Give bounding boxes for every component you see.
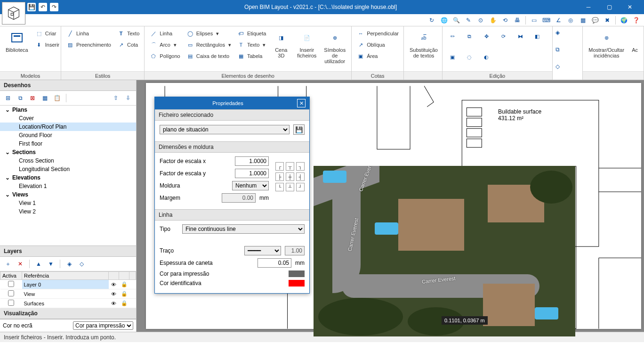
globe2-icon[interactable]: 🌍 [619,15,629,25]
tree-leaf[interactable]: Longitudinal Section [0,165,136,173]
erase-icon[interactable]: ◧ [530,29,544,43]
layers-table[interactable]: Activa Referência Layer 0👁🔒 View👁🔒 Surfa… [0,271,136,308]
sheet-tree[interactable]: ⌄Plans Cover Location/Roof Plan Ground F… [0,106,136,246]
grid-icon[interactable]: ▦ [578,15,588,25]
anchor-grid[interactable]: ┌┬┐ ├┼┤ └┴┘ [275,162,305,205]
dup-sheet-icon[interactable]: ⧉ [15,93,25,103]
texto-style-button[interactable]: TTexto [115,28,141,39]
show-layer-icon[interactable]: ◈ [64,259,74,269]
substituicao-button[interactable]: abSubstituição de textos [407,28,441,59]
cube-layer-icon[interactable]: ◇ [76,259,87,269]
layer-name[interactable]: Layer 0 [22,280,109,289]
window-icon[interactable]: ▭ [529,15,539,25]
cor-impressao-swatch[interactable] [289,270,305,277]
texto-button[interactable]: TTexto ▾ [235,40,268,50]
mirror-icon[interactable]: ⧓ [513,29,527,43]
undo-icon[interactable]: ↶ [39,3,47,11]
save-icon[interactable]: 💾 [27,3,36,11]
add-layer-icon[interactable]: ＋ [3,259,13,269]
refresh-icon[interactable]: ↻ [427,15,437,25]
inserir-ficheiros-button[interactable]: 📄Inserir ficheiros [294,28,319,59]
linha-button[interactable]: ／Linha [147,28,182,39]
factor-y-input[interactable] [235,169,269,178]
tree-leaf[interactable]: Cross Section [0,156,136,165]
help-icon[interactable]: ❓ [631,15,641,25]
dialog-close-button[interactable]: ✕ [297,99,306,107]
close-button[interactable]: ✕ [620,0,640,14]
etiqueta-button[interactable]: 🏷Etiqueta [235,28,268,39]
layer-check[interactable] [8,290,14,296]
linha-style-button[interactable]: ╱Linha [64,28,113,39]
traco-select[interactable]: ━━━━ [244,246,281,255]
scale-icon[interactable]: ◐ [479,50,493,65]
grid-sheet-icon[interactable]: ▦ [40,93,50,103]
redo-icon[interactable]: ↷ [50,3,58,11]
move-icon[interactable]: ✥ [479,29,493,43]
criar-button[interactable]: ⬚Criar [33,28,62,39]
tree-group-sections[interactable]: ⌄Sections [0,148,136,156]
tree-leaf[interactable]: Elevation 1 [0,182,136,190]
add-sheet-icon[interactable]: ⊞ [3,93,13,103]
down-layer-icon[interactable]: ▼ [46,259,56,269]
ficheiro-select[interactable]: plano de situación [160,125,290,134]
globe-icon[interactable]: 🌐 [439,15,449,25]
maximize-button[interactable]: ▢ [599,0,620,14]
viz-select[interactable]: Cor para impressão [73,321,133,330]
rectangulos-button[interactable]: ▭Rectângulos ▾ [184,40,233,50]
area-button[interactable]: ▣Área [354,51,401,61]
mostrar-button[interactable]: ⊗Mostrar/Ocultar incidências [586,28,627,59]
keyboard-icon[interactable]: ⌨ [541,15,551,25]
obliqua-button[interactable]: ↗Oblíqua [354,40,401,50]
minimize-button[interactable]: ─ [578,0,599,14]
cor-id-swatch[interactable] [289,280,305,287]
pencil-icon[interactable]: ✎ [463,15,474,25]
factor-x-input[interactable] [235,156,269,166]
angle-icon[interactable]: ∠ [553,15,564,25]
rotate-icon[interactable]: ⟲ [500,15,510,25]
x-icon[interactable]: ✖ [602,15,612,25]
pencil-icon[interactable]: ✏ [445,29,459,43]
tree-group-views[interactable]: ⌄Views [0,190,136,199]
del-sheet-icon[interactable]: ⊠ [27,93,38,103]
ac-button[interactable]: Ac [629,28,641,54]
moldura-select[interactable]: Nenhum [232,181,269,190]
tree-leaf[interactable]: View 1 [0,199,136,207]
tree-leaf[interactable]: Location/Roof Plan [0,123,136,131]
inserir-button[interactable]: ⬇Inserir [33,40,62,50]
circle-target-icon[interactable]: ◎ [565,15,576,25]
eye-icon[interactable]: 👁 [109,299,119,308]
print-icon[interactable]: 🖶 [512,15,523,25]
layer-check[interactable] [8,300,14,306]
tree-leaf[interactable]: Ground Floor [0,131,136,139]
tree-leaf[interactable]: Cover [0,114,136,123]
lock-icon[interactable]: 🔒 [119,280,129,289]
layer-check[interactable] [8,281,14,287]
poligono-button[interactable]: ⬠Polígono [147,51,182,61]
pan-icon[interactable]: ✋ [488,15,498,25]
properties-dialog[interactable]: Propriedades ✕ Ficheiro seleccionado pla… [154,97,310,294]
tree-group-elevations[interactable]: ⌄Elevations [0,173,136,182]
tree-leaf[interactable]: View 2 [0,207,136,216]
simbolos-button[interactable]: ⊕Símbolos de utilizador [321,28,348,65]
zoom-extents-icon[interactable]: ⊙ [475,15,486,25]
tipo-select[interactable]: Fine continuous line [182,224,305,234]
cota-button[interactable]: ↗Cota [115,40,141,50]
biblioteca-button[interactable]: Biblioteca [3,28,31,54]
tree-group-plans[interactable]: ⌄Plans [0,106,136,114]
perpendicular-button[interactable]: ↔Perpendicular [354,28,401,39]
arco-button[interactable]: ⌒Arco ▾ [147,40,182,50]
preenchimento-button[interactable]: ▨Preenchimento [64,40,113,50]
rotate2-icon[interactable]: ⟳ [496,29,510,43]
caixa-button[interactable]: ▤Caixa de texto [184,51,233,61]
zoom-icon[interactable]: 🔍 [451,15,461,25]
chat-icon[interactable]: 💬 [590,15,600,25]
stack-icon[interactable]: ⧉ [555,46,570,60]
lock-icon[interactable]: 🔒 [119,299,129,308]
layer-name[interactable]: Surfaces [22,299,109,308]
tabela-button[interactable]: ▦Tabela [235,51,268,61]
eye-icon[interactable]: 👁 [109,280,119,289]
select-icon[interactable]: ◌ [462,50,476,65]
cena3d-button[interactable]: ◨Cena 3D [270,28,292,59]
eye-icon[interactable]: 👁 [109,289,119,299]
layers-icon[interactable]: ◈ [555,29,570,43]
